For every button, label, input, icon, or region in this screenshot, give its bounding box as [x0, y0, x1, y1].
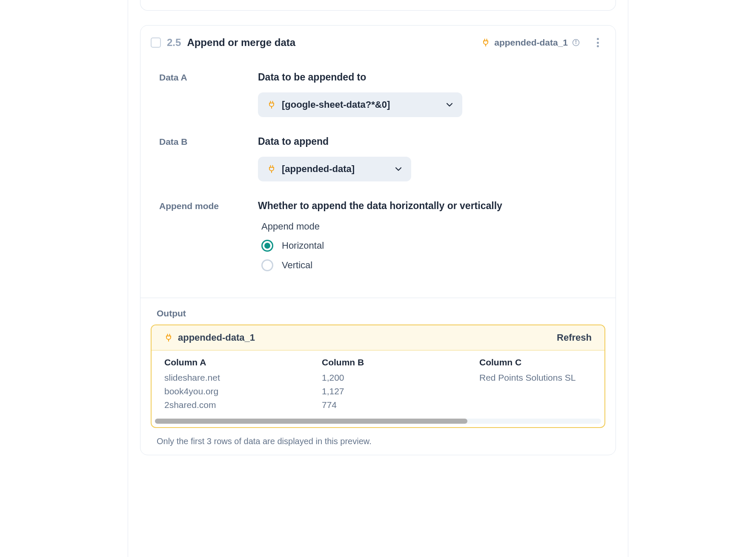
- plug-icon: [267, 165, 276, 173]
- radio-vertical-label: Vertical: [282, 260, 312, 271]
- field-label-append-mode: Append mode: [159, 200, 258, 211]
- radio-horizontal[interactable]: Horizontal: [261, 240, 597, 252]
- select-data-a[interactable]: [google-sheet-data?*&0]: [258, 92, 462, 117]
- preview-note: Only the first 3 rows of data are displa…: [157, 436, 601, 446]
- table-cell: Red Points Solutions SL: [479, 373, 592, 383]
- field-data-b: Data B Data to append [appended-data]: [159, 136, 597, 181]
- select-data-b-value: [appended-data]: [282, 164, 381, 175]
- table-cell: book4you.org: [164, 386, 322, 396]
- chevron-down-icon: [395, 167, 402, 171]
- output-heading: Output: [157, 308, 605, 319]
- radio-button: [261, 240, 273, 252]
- step-output-name: appended-data_1: [494, 37, 568, 48]
- output-box-name: appended-data_1: [178, 332, 552, 343]
- output-box: appended-data_1 Refresh Column AColumn B…: [151, 324, 605, 428]
- select-data-a-value: [google-sheet-data?*&0]: [282, 99, 432, 110]
- refresh-button[interactable]: Refresh: [557, 332, 592, 343]
- output-box-header: appended-data_1 Refresh: [152, 325, 604, 350]
- previous-step-card-edge: [140, 0, 616, 11]
- table-cell: slideshare.net: [164, 373, 322, 383]
- radio-vertical[interactable]: Vertical: [261, 259, 597, 271]
- field-title-data-a: Data to be appended to: [258, 72, 597, 83]
- horizontal-scrollbar[interactable]: [155, 419, 601, 424]
- scrollbar-thumb[interactable]: [155, 419, 467, 424]
- field-label-data-b: Data B: [159, 136, 258, 147]
- radio-group-label: Append mode: [261, 221, 597, 232]
- plug-icon: [267, 100, 276, 109]
- step-number: 2.5: [167, 37, 181, 49]
- table-cell: [479, 386, 592, 396]
- radio-button: [261, 259, 273, 271]
- table-cell: 1,127: [322, 386, 479, 396]
- step-checkbox[interactable]: [151, 37, 161, 48]
- field-append-mode: Append mode Whether to append the data h…: [159, 200, 597, 279]
- table-cell: [479, 400, 592, 410]
- step-header-right: appended-data_1: [481, 37, 603, 48]
- step-body: Data A Data to be appended to [google-sh…: [140, 72, 616, 298]
- step-card: 2.5 Append or merge data appended-data_1: [140, 25, 616, 455]
- output-table: Column AColumn BColumn Cslideshare.net1,…: [152, 350, 604, 414]
- plug-icon: [481, 38, 490, 47]
- table-header: Column B: [322, 357, 479, 369]
- workflow-panel: 2.5 Append or merge data appended-data_1: [128, 0, 628, 557]
- table-header: Column A: [164, 357, 322, 369]
- svg-point-2: [576, 40, 576, 41]
- info-icon[interactable]: [572, 39, 580, 46]
- output-section: Output appended-data_1 Refresh Column AC…: [140, 298, 616, 455]
- select-data-b[interactable]: [appended-data]: [258, 157, 411, 181]
- field-title-append-mode: Whether to append the data horizontally …: [258, 200, 597, 212]
- plug-icon: [164, 333, 173, 342]
- field-title-data-b: Data to append: [258, 136, 597, 147]
- table-cell: 1,200: [322, 373, 479, 383]
- step-title: Append or merge data: [187, 37, 475, 49]
- field-data-a: Data A Data to be appended to [google-sh…: [159, 72, 597, 117]
- more-menu-icon[interactable]: [593, 37, 603, 48]
- chevron-down-icon: [446, 103, 453, 107]
- step-header: 2.5 Append or merge data appended-data_1: [140, 26, 616, 60]
- table-header: Column C: [479, 357, 592, 369]
- field-label-data-a: Data A: [159, 72, 258, 83]
- radio-horizontal-label: Horizontal: [282, 240, 324, 251]
- table-cell: 2shared.com: [164, 400, 322, 410]
- table-cell: 774: [322, 400, 479, 410]
